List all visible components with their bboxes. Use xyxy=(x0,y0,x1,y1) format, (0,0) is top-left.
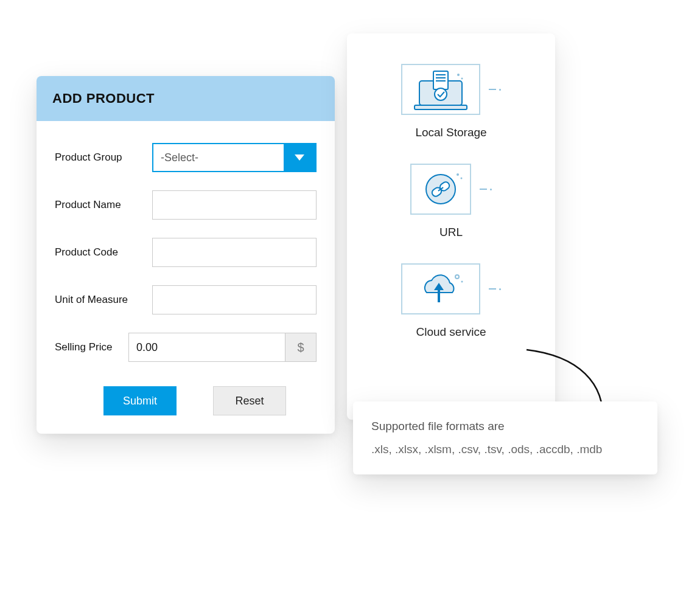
submit-button[interactable]: Submit xyxy=(103,386,177,415)
label-product-group: Product Group xyxy=(55,151,152,164)
cloud-service-icon xyxy=(401,263,480,314)
local-storage-icon xyxy=(401,64,480,115)
supported-formats-list: .xls, .xlsx, .xlsm, .csv, .tsv, .ods, .a… xyxy=(371,439,639,460)
chevron-down-icon xyxy=(284,144,315,171)
label-unit-of-measure: Unit of Measure xyxy=(55,294,152,306)
source-cloud-service[interactable]: Cloud service xyxy=(401,263,501,339)
row-product-group: Product Group -Select- xyxy=(55,143,317,172)
svg-point-16 xyxy=(457,173,459,176)
product-code-input[interactable] xyxy=(152,238,317,267)
source-cloud-service-label: Cloud service xyxy=(416,325,486,339)
reset-button[interactable]: Reset xyxy=(213,386,286,415)
svg-point-9 xyxy=(457,74,460,76)
source-local-storage[interactable]: Local Storage xyxy=(401,64,501,139)
selling-price-input[interactable] xyxy=(128,333,285,362)
add-product-card: ADD PRODUCT Product Group -Select- Produ… xyxy=(37,76,335,434)
supported-formats-popover: Supported file formats are .xls, .xlsx, … xyxy=(353,401,657,474)
svg-marker-0 xyxy=(295,154,304,161)
product-group-select-value: -Select- xyxy=(153,144,284,171)
add-product-header: ADD PRODUCT xyxy=(37,76,335,121)
currency-symbol: $ xyxy=(285,333,317,362)
source-url-label: URL xyxy=(439,226,463,239)
decorative-dash-icon xyxy=(480,189,492,190)
source-local-storage-label: Local Storage xyxy=(415,126,486,139)
row-product-name: Product Name xyxy=(55,190,317,220)
product-group-select[interactable]: -Select- xyxy=(152,143,317,172)
svg-rect-3 xyxy=(415,105,467,109)
url-icon xyxy=(410,164,471,215)
product-name-input[interactable] xyxy=(152,190,317,220)
label-product-name: Product Name xyxy=(55,199,152,211)
decorative-dash-icon xyxy=(489,288,501,290)
decorative-dash-icon xyxy=(489,89,501,91)
row-product-code: Product Code xyxy=(55,238,317,267)
row-unit-of-measure: Unit of Measure xyxy=(55,285,317,314)
source-url[interactable]: URL xyxy=(410,164,492,239)
unit-of-measure-input[interactable] xyxy=(152,285,317,314)
svg-point-10 xyxy=(461,78,463,80)
add-product-body: Product Group -Select- Product Name xyxy=(37,121,335,434)
supported-formats-title: Supported file formats are xyxy=(371,416,639,437)
row-selling-price: Selling Price $ xyxy=(55,333,317,362)
label-selling-price: Selling Price xyxy=(55,341,128,353)
button-row: Submit Reset xyxy=(55,386,317,415)
svg-point-8 xyxy=(435,88,447,100)
page-title: ADD PRODUCT xyxy=(52,91,319,106)
svg-point-17 xyxy=(461,178,463,179)
svg-point-22 xyxy=(461,281,463,283)
label-product-code: Product Code xyxy=(55,246,152,259)
